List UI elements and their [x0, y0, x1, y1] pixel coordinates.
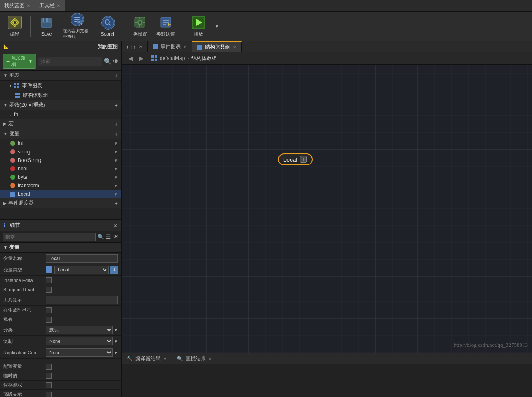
varname-input[interactable]	[46, 254, 118, 263]
advanced-display-checkbox[interactable]	[46, 392, 52, 397]
event-graph-tab-close[interactable]: ✕	[183, 44, 187, 49]
blueprint-search-input[interactable]	[38, 57, 102, 66]
struct-array-item[interactable]: 结构体数组	[0, 90, 121, 100]
compile-results-label: 编译器结果	[135, 355, 161, 362]
fn-label: fn	[14, 112, 118, 118]
variables-add-btn[interactable]: +	[115, 131, 118, 137]
search-btn-icon[interactable]: 🔍	[104, 58, 111, 65]
event-graph-item[interactable]: ▼ 事件图表	[0, 81, 121, 90]
nav-back-button[interactable]: ◀	[127, 54, 135, 63]
graphs-label: 图表	[9, 72, 115, 79]
compile-button[interactable]: 编译	[4, 14, 25, 39]
copy-select[interactable]: None	[46, 337, 113, 345]
prop-label-save-game: 保存游戏	[3, 382, 46, 388]
var-string-label: string	[18, 149, 114, 155]
bp-tab-event-graph[interactable]: 事件图表 ✕	[148, 41, 192, 52]
var-boolstring[interactable]: BoolString ▼	[0, 156, 121, 164]
prop-row-tooltip: 工具提示	[0, 294, 121, 306]
fn-item[interactable]: f fn	[0, 110, 121, 119]
nav-forward-button[interactable]: ▶	[137, 54, 145, 63]
var-transform[interactable]: transform ▼	[0, 181, 121, 190]
prop-value-category: 默认 ▼	[46, 326, 118, 334]
event-graph-expand: ▼	[8, 83, 13, 88]
svg-rect-6	[42, 23, 51, 27]
config-var-checkbox[interactable]	[46, 364, 52, 370]
class-settings-button[interactable]: 类设置	[129, 14, 150, 39]
struct-array-tab-close[interactable]: ✕	[233, 45, 236, 49]
spawn-display-checkbox[interactable]	[46, 307, 52, 313]
event-dispatchers-section[interactable]: ▶ 事件调度器 +	[0, 198, 121, 208]
details-search-icon[interactable]: 🔍	[98, 234, 104, 240]
bp-tab-fn[interactable]: f Fn ✕	[122, 41, 148, 52]
prop-value-private	[46, 317, 118, 323]
details-search-input[interactable]	[3, 233, 96, 241]
variables-section[interactable]: ▼ 变量 +	[0, 129, 121, 139]
private-checkbox[interactable]	[46, 317, 52, 323]
view-options-icon[interactable]: 👁	[113, 58, 119, 65]
prop-label-tooltip: 工具提示	[3, 297, 46, 303]
graphs-add-btn[interactable]: +	[115, 72, 118, 79]
instance-editable-checkbox[interactable]	[46, 277, 52, 283]
title-tab-my-blueprint[interactable]: 我的蓝图 ✕	[0, 0, 35, 11]
save-button[interactable]: Save	[36, 14, 57, 39]
details-close-button[interactable]: ✕	[113, 222, 118, 229]
title-tab-toolbar[interactable]: 工具栏 ✕	[35, 0, 65, 11]
title-tab-toolbar-close[interactable]: ✕	[57, 3, 60, 8]
event-graph-tab-label: 事件图表	[161, 43, 181, 50]
find-results-close[interactable]: ✕	[208, 356, 212, 361]
type-select[interactable]: Local	[54, 266, 109, 274]
temp-checkbox[interactable]	[46, 373, 52, 379]
svg-point-19	[139, 21, 141, 24]
var-int[interactable]: int ▼	[0, 139, 121, 148]
toolbar-more-button[interactable]: ▼	[213, 18, 221, 35]
prop-row-blueprint-read: Blueprint Read	[0, 285, 121, 294]
prop-value-save-game	[46, 382, 118, 388]
var-byte[interactable]: byte ▼	[0, 173, 121, 181]
replication-con-select[interactable]: None	[46, 348, 113, 357]
save-game-checkbox[interactable]	[46, 382, 52, 388]
event-dispatchers-add-btn[interactable]: +	[115, 200, 118, 207]
blueprint-canvas[interactable]: Local + http://blog.csdn.net/qq_32758013	[122, 65, 532, 353]
type-add-button[interactable]: +	[110, 266, 118, 274]
prop-row-config-var: 配置变量	[0, 362, 121, 371]
bottom-content	[122, 364, 532, 397]
var-local[interactable]: Local ▼	[0, 190, 121, 198]
compile-results-close[interactable]: ✕	[163, 356, 166, 361]
search-button[interactable]: Search	[98, 14, 119, 39]
var-boolstring-expand: ▼	[114, 158, 118, 163]
play-button[interactable]: 播放	[188, 14, 209, 39]
variables-props-section[interactable]: ▼ 变量	[0, 243, 121, 253]
functions-add-btn[interactable]: +	[115, 102, 118, 109]
var-bool[interactable]: bool ▼	[0, 164, 121, 173]
macros-add-btn[interactable]: +	[115, 120, 118, 127]
bottom-tab-find-results[interactable]: 🔍 查找结果 ✕	[172, 353, 217, 364]
local-node-add-pin[interactable]: +	[300, 156, 307, 163]
category-select[interactable]: 默认	[46, 326, 113, 334]
find-in-browser-button[interactable]: 在内容浏览器中查找	[60, 14, 94, 39]
breadcrumb-map-icon	[151, 55, 157, 61]
compile-label: 编译	[10, 31, 19, 37]
graphs-section[interactable]: ▼ 图表 +	[0, 71, 121, 81]
functions-label: 函数(20 可重载)	[9, 101, 115, 109]
struct-array-tab-label: 结构体数组	[205, 44, 230, 51]
class-defaults-button[interactable]: 类默认值	[154, 14, 177, 39]
local-node[interactable]: Local +	[278, 153, 313, 165]
details-list-view-icon[interactable]: ☰	[106, 233, 111, 240]
struct-array-icon	[15, 93, 20, 98]
details-view-options-icon[interactable]: 👁	[113, 233, 119, 240]
title-tab-close[interactable]: ✕	[27, 3, 30, 8]
blueprint-read-checkbox[interactable]	[46, 287, 52, 293]
tooltip-input[interactable]	[46, 296, 118, 304]
bottom-tab-compile-results[interactable]: 🔨 编译器结果 ✕	[122, 353, 172, 364]
add-new-button[interactable]: + 添加新项 ▼	[3, 54, 36, 69]
functions-section[interactable]: ▼ 函数(20 可重载) +	[0, 100, 121, 110]
macros-section[interactable]: ▶ 宏 +	[0, 119, 121, 129]
find-in-browser-label: 在内容浏览器中查找	[63, 28, 92, 40]
var-string[interactable]: string ▼	[0, 148, 121, 156]
prop-value-replication-con: None ▼	[46, 348, 118, 357]
var-string-expand: ▼	[114, 150, 118, 154]
prop-label-config-var: 配置变量	[3, 363, 46, 370]
bp-tab-struct-array[interactable]: 结构体数组 ✕	[192, 41, 242, 52]
fn-tab-close[interactable]: ✕	[139, 44, 142, 49]
find-in-browser-icon	[71, 13, 84, 26]
